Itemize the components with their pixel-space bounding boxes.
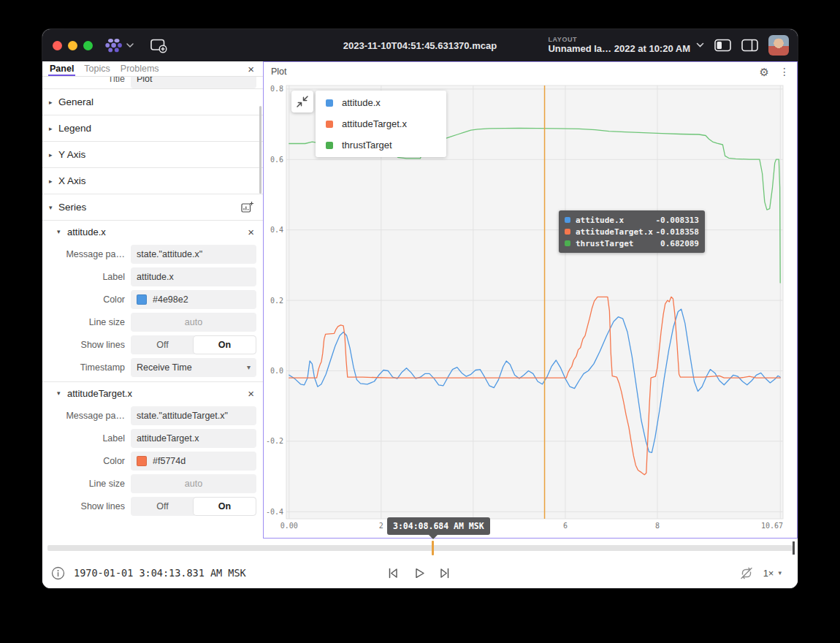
scrubber-hover-tooltip: 3:04:08.684 AM MSK: [387, 517, 490, 535]
label-input[interactable]: attitudeTarget.x: [131, 429, 256, 448]
plot-panel-header: Plot ⚙ ⋮: [264, 62, 797, 81]
line-size-input[interactable]: auto: [131, 474, 256, 493]
play-button[interactable]: [412, 567, 426, 579]
close-window-button[interactable]: [53, 41, 62, 50]
section-y-axis[interactable]: ▸ Y Axis: [42, 141, 263, 167]
layout-name: Unnamed la… 2022 at 10:20 AM: [548, 44, 690, 55]
seek-forward-button[interactable]: [438, 567, 452, 579]
zoom-window-button[interactable]: [83, 41, 93, 50]
chevron-down-icon: ▾: [247, 363, 251, 371]
timeline-scrubber: [42, 539, 798, 558]
current-timestamp: 1970-01-01 3:04:13.831 AM MSK: [74, 567, 246, 579]
remove-series-icon[interactable]: ×: [248, 227, 254, 237]
caret-right-icon: ▸: [49, 125, 58, 132]
series-swatch: [565, 229, 570, 235]
settings-sidebar: Panel Topics Problems × Title Plot ▸ Gen…: [42, 61, 263, 539]
loop-off-icon[interactable]: [739, 566, 754, 580]
series-header[interactable]: ▾ attitude.x ×: [42, 221, 263, 243]
chevron-down-icon: ▾: [778, 569, 782, 577]
traffic-lights: [53, 41, 93, 50]
tab-problems[interactable]: Problems: [119, 61, 161, 76]
line-size-input[interactable]: auto: [131, 313, 256, 332]
svg-text:-0.4: -0.4: [266, 508, 283, 516]
legend-collapse-button[interactable]: [291, 91, 313, 113]
avatar[interactable]: [768, 35, 789, 56]
plot-legend: attitude.x attitudeTarget.x thrustTarget: [316, 91, 446, 157]
section-x-axis[interactable]: ▸ X Axis: [42, 167, 263, 194]
show-lines-toggle: Off On: [131, 497, 256, 516]
color-input[interactable]: #4e98e2: [131, 290, 256, 309]
show-lines-off[interactable]: Off: [131, 498, 194, 515]
svg-text:10.67: 10.67: [761, 522, 783, 530]
tab-panel[interactable]: Panel: [48, 61, 75, 76]
series-swatch: [565, 217, 570, 223]
seek-backward-button[interactable]: [386, 567, 400, 579]
chevron-down-icon[interactable]: [126, 43, 134, 48]
color-swatch[interactable]: [137, 294, 147, 305]
timestamp-select[interactable]: Receive Time ▾: [131, 358, 256, 377]
titlebar-right: LAYOUT Unnamed la… 2022 at 10:20 AM: [548, 35, 798, 56]
add-panel-icon[interactable]: [150, 38, 168, 53]
caret-right-icon: ▸: [49, 178, 58, 185]
message-path-input[interactable]: state."attitude.x": [131, 245, 256, 264]
series-group-attitude-x: ▾ attitude.x × Message pa… state."attitu…: [42, 220, 263, 381]
svg-text:0.0: 0.0: [270, 367, 283, 375]
plot-panel: Plot ⚙ ⋮ 0.80.60.40.20.0-0.2-0.40.002468…: [263, 61, 798, 539]
right-sidebar-toggle-icon[interactable]: [741, 39, 758, 52]
message-path-input[interactable]: state."attitudeTarget.x": [131, 406, 256, 425]
app-window: 2023-11-10T04:51:45.631370.mcap LAYOUT U…: [42, 29, 798, 588]
show-lines-toggle: Off On: [131, 335, 256, 354]
show-lines-on[interactable]: On: [194, 498, 256, 515]
close-sidebar-icon[interactable]: ×: [248, 64, 254, 75]
kebab-menu-icon[interactable]: ⋮: [779, 66, 790, 77]
svg-text:2: 2: [379, 522, 383, 530]
section-series[interactable]: ▾ Series: [42, 194, 263, 220]
series-swatch: [326, 99, 333, 107]
series-swatch: [326, 142, 333, 149]
scrubber-end-marker: [793, 541, 795, 555]
sidebar-scrollbar[interactable]: [259, 106, 261, 194]
svg-text:0.4: 0.4: [270, 226, 283, 234]
playback-right-controls: 1× ▾: [739, 566, 798, 580]
panel-title: Plot: [271, 66, 287, 77]
show-lines-off[interactable]: Off: [131, 336, 194, 354]
titlebar: 2023-11-10T04:51:45.631370.mcap LAYOUT U…: [42, 29, 798, 61]
series-group-attitude-target-x: ▾ attitudeTarget.x × Message pa… state."…: [42, 381, 263, 520]
clipped-title-row: Title Plot: [42, 77, 263, 88]
legend-item[interactable]: attitudeTarget.x: [316, 113, 446, 134]
label-input[interactable]: attitude.x: [131, 267, 256, 286]
gear-icon[interactable]: ⚙: [760, 66, 769, 77]
left-sidebar-toggle-icon[interactable]: [714, 39, 731, 52]
svg-text:0.00: 0.00: [280, 522, 298, 530]
playback-speed-select[interactable]: 1× ▾: [763, 568, 782, 579]
section-legend[interactable]: ▸ Legend: [42, 115, 263, 141]
chevron-down-icon: [696, 42, 704, 48]
legend-item[interactable]: thrustTarget: [316, 134, 446, 156]
minimize-window-button[interactable]: [68, 41, 77, 50]
title-field-input[interactable]: Plot: [131, 77, 256, 88]
sidebar-tabbar: Panel Topics Problems ×: [42, 61, 263, 77]
layout-selector[interactable]: LAYOUT Unnamed la… 2022 at 10:20 AM: [548, 36, 704, 54]
remove-series-icon[interactable]: ×: [248, 388, 254, 399]
foxglove-logo-icon[interactable]: [104, 37, 123, 53]
series-swatch: [326, 121, 333, 128]
transport-controls: [386, 567, 452, 579]
caret-down-icon: ▾: [57, 228, 66, 235]
series-header[interactable]: ▾ attitudeTarget.x ×: [42, 382, 263, 404]
section-general[interactable]: ▸ General: [42, 88, 263, 115]
info-icon[interactable]: [51, 566, 65, 580]
color-input[interactable]: #f5774d: [131, 452, 256, 471]
hover-tooltip: attitude.x -0.008313 attitudeTarget.x -0…: [559, 210, 705, 253]
caret-right-icon: ▸: [49, 151, 58, 159]
color-swatch[interactable]: [137, 456, 147, 466]
legend-item[interactable]: attitude.x: [316, 92, 446, 113]
scrubber-track[interactable]: [47, 545, 793, 551]
caret-down-icon: ▾: [49, 204, 58, 211]
caret-down-icon: ▾: [57, 389, 66, 397]
show-lines-on[interactable]: On: [194, 336, 256, 354]
svg-text:0.6: 0.6: [270, 156, 283, 164]
svg-text:0.2: 0.2: [270, 297, 283, 305]
tab-topics[interactable]: Topics: [83, 61, 111, 76]
svg-text:6: 6: [563, 522, 568, 530]
add-series-icon[interactable]: [241, 201, 254, 213]
